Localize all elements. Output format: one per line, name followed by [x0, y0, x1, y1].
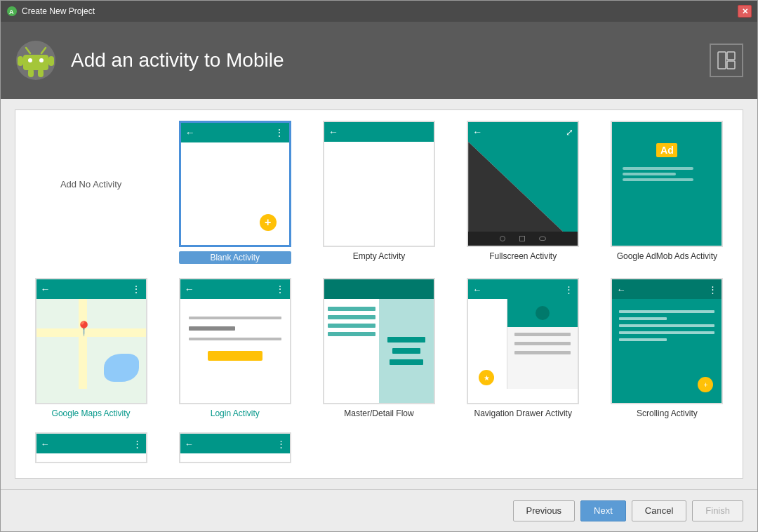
navdrawer-activity-thumbnail: ← ⋮ ★ [467, 278, 579, 404]
svg-rect-9 [48, 56, 54, 66]
masterdetail-activity-thumbnail [323, 278, 435, 404]
maps-activity-label: Google Maps Activity [52, 408, 131, 418]
settings-topbar: ← ⋮ [36, 434, 146, 453]
navdrawer-activity-label: Navigation Drawer Activity [474, 408, 572, 418]
nd-topbar: ← ⋮ [468, 279, 578, 299]
maps-phone-preview: ← ⋮ 📍 [36, 279, 146, 403]
svg-text:A: A [9, 8, 14, 15]
empty-topbar: ← [324, 122, 434, 142]
blank-topbar: ← ⋮ [181, 123, 289, 142]
no-activity-label: Add No Activity [60, 179, 121, 189]
previous-button[interactable]: Previous [513, 500, 576, 521]
header-left: Add an activity to Mobile [15, 39, 284, 81]
finish-button[interactable]: Finish [692, 500, 743, 521]
blank-activity-label: Blank Activity [179, 251, 291, 264]
empty-phone-preview: ← [324, 122, 434, 246]
settings-phone-preview: ← ⋮ [36, 434, 146, 462]
layout-icon [717, 51, 736, 70]
activity-item-login[interactable]: ← ⋮ Login Activity [166, 274, 303, 422]
android-studio-icon: A [6, 6, 18, 17]
activity-item-admob[interactable]: Ad Google AdMob Ads Activity [599, 117, 736, 267]
settings-activity-thumbnail: ← ⋮ [35, 432, 147, 463]
login-topbar: ← ⋮ [180, 279, 290, 299]
activity-item-tabbedpager[interactable]: ← ⋮ [166, 429, 303, 471]
activity-item-scrolling[interactable]: ← ⋮ + Scrolling Activity [599, 274, 736, 422]
main-window: A Create New Project ✕ [0, 0, 758, 532]
main-content: Add No Activity ← ⋮ + Blank Activity [1, 99, 757, 489]
activity-grid: Add No Activity ← ⋮ + Blank Activity [15, 109, 743, 479]
footer: Previous Next Cancel Finish [1, 489, 757, 531]
activity-item-empty[interactable]: ← Empty Activity [310, 117, 447, 267]
svg-rect-11 [38, 69, 44, 77]
navdrawer-phone-preview: ← ⋮ ★ [468, 279, 578, 403]
activity-item-settings[interactable]: ← ⋮ [22, 429, 159, 471]
blank-phone-preview: ← ⋮ + [181, 123, 289, 245]
activity-item-maps[interactable]: ← ⋮ 📍 Google Maps Activity [22, 274, 159, 422]
login-phone-preview: ← ⋮ [180, 279, 290, 403]
activity-item-no-activity[interactable]: Add No Activity [22, 117, 159, 267]
title-bar-text: Create New Project [22, 6, 95, 16]
tabbedpager-activity-thumbnail: ← ⋮ [179, 432, 291, 463]
activity-item-navdrawer[interactable]: ← ⋮ ★ Navigatio [455, 274, 592, 422]
maps-activity-thumbnail: ← ⋮ 📍 [35, 278, 147, 404]
masterdetail-phone-preview [324, 279, 434, 403]
activity-item-blank[interactable]: ← ⋮ + Blank Activity [166, 117, 303, 267]
layout-toggle-button[interactable] [710, 44, 743, 77]
scrolling-activity-thumbnail: ← ⋮ + [611, 278, 723, 404]
fullscreen-topbar: ← ⤢ [468, 122, 578, 142]
tabbedpager-topbar: ← ⋮ [180, 434, 290, 453]
empty-activity-label: Empty Activity [353, 251, 406, 261]
scrolling-phone-preview: ← ⋮ + [612, 279, 722, 403]
svg-rect-14 [727, 61, 735, 69]
masterdetail-activity-label: Master/Detail Flow [344, 408, 413, 418]
svg-rect-8 [18, 56, 23, 66]
svg-rect-10 [28, 69, 34, 77]
blank-fab: + [260, 214, 277, 231]
android-logo-icon [15, 39, 57, 81]
svg-point-5 [39, 58, 44, 62]
map-pin-icon: 📍 [75, 320, 93, 337]
activity-item-masterdetail[interactable]: Master/Detail Flow [310, 274, 447, 422]
blank-activity-thumbnail: ← ⋮ + [179, 121, 291, 247]
fullscreen-activity-thumbnail: ← ⤢ [467, 121, 579, 247]
login-activity-thumbnail: ← ⋮ [179, 278, 291, 404]
scrolling-activity-label: Scrolling Activity [637, 408, 698, 418]
no-activity-thumbnail: Add No Activity [60, 121, 121, 247]
svg-rect-13 [727, 52, 735, 60]
close-button[interactable]: ✕ [738, 5, 752, 18]
activity-item-fullscreen[interactable]: ← ⤢ Fullscreen Act [455, 117, 592, 267]
svg-point-4 [28, 58, 32, 62]
admob-activity-label: Google AdMob Ads Activity [617, 251, 717, 261]
cancel-button[interactable]: Cancel [632, 500, 686, 521]
header-title: Add an activity to Mobile [71, 49, 284, 72]
header: Add an activity to Mobile [1, 22, 757, 99]
next-button[interactable]: Next [580, 500, 626, 521]
sc-topbar: ← ⋮ [612, 279, 722, 299]
fullscreen-phone-preview: ← ⤢ [468, 122, 578, 246]
login-activity-label: Login Activity [211, 408, 260, 418]
fullscreen-activity-label: Fullscreen Activity [489, 251, 557, 261]
title-bar: A Create New Project ✕ [1, 1, 757, 22]
admob-phone-preview: Ad [612, 122, 722, 246]
maps-topbar: ← ⋮ [36, 279, 146, 299]
svg-rect-3 [23, 55, 48, 70]
empty-activity-thumbnail: ← [323, 121, 435, 247]
admob-activity-thumbnail: Ad [611, 121, 723, 247]
tabbedpager-phone-preview: ← ⋮ [180, 434, 290, 462]
svg-rect-12 [718, 52, 726, 69]
